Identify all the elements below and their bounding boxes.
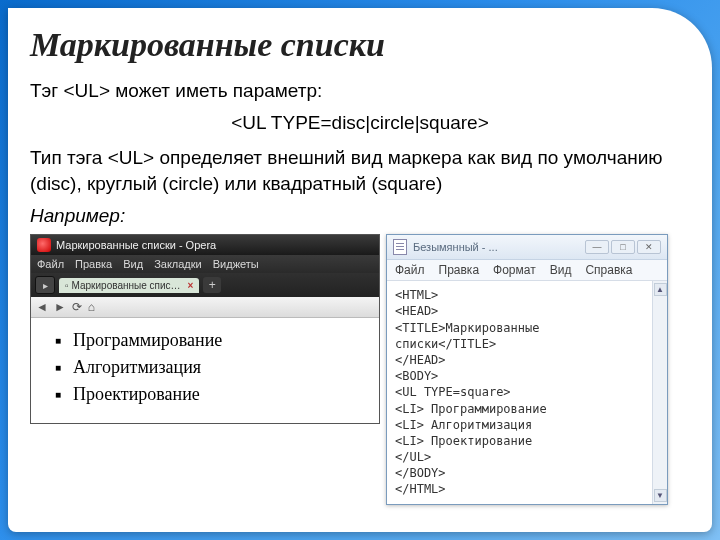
notepad-textarea[interactable]: <HTML> <HEAD> <TITLE>Маркированные списк… <box>387 281 652 503</box>
back-button[interactable]: ◄ <box>36 300 48 314</box>
opera-tabstrip: ▸ ▫ Маркированные спис… × + <box>31 273 379 297</box>
notepad-window-title: Безымянный - ... <box>413 241 579 253</box>
opera-tab-label: Маркированные спис… <box>72 280 181 291</box>
np-menu-help[interactable]: Справка <box>585 263 632 277</box>
forward-button[interactable]: ► <box>54 300 66 314</box>
scrollbar-vertical[interactable]: ▲ ▼ <box>652 281 667 503</box>
notepad-titlebar: Безымянный - ... — □ ✕ <box>387 235 667 260</box>
np-menu-edit[interactable]: Правка <box>439 263 480 277</box>
windows-row: Маркированные списки - Opera Файл Правка… <box>30 234 690 504</box>
opera-menu-bookmarks[interactable]: Закладки <box>154 258 202 270</box>
opera-logo-icon <box>37 238 51 252</box>
opera-menu-file[interactable]: Файл <box>37 258 64 270</box>
notepad-app-icon <box>393 239 407 255</box>
opera-page-content: Программирование Алгоритмизация Проектир… <box>31 318 379 423</box>
page-icon: ▫ <box>65 280 69 291</box>
np-menu-view[interactable]: Вид <box>550 263 572 277</box>
opera-tab-active[interactable]: ▫ Маркированные спис… × <box>59 278 199 293</box>
list-item: Алгоритмизация <box>55 357 369 378</box>
opera-titlebar: Маркированные списки - Opera <box>31 235 379 255</box>
close-tab-icon[interactable]: × <box>188 280 194 291</box>
scroll-up-icon[interactable]: ▲ <box>654 283 667 296</box>
np-menu-file[interactable]: Файл <box>395 263 425 277</box>
new-tab-button[interactable]: + <box>203 277 221 293</box>
home-button[interactable]: ⌂ <box>88 300 95 314</box>
np-menu-format[interactable]: Формат <box>493 263 536 277</box>
opera-menu-edit[interactable]: Правка <box>75 258 112 270</box>
paragraph-3: Тип тэга <UL> определяет внешний вид мар… <box>30 145 690 196</box>
notepad-menubar: Файл Правка Формат Вид Справка <box>387 260 667 281</box>
close-button[interactable]: ✕ <box>637 240 661 254</box>
notepad-body: <HTML> <HEAD> <TITLE>Маркированные списк… <box>387 281 667 503</box>
opera-panel-button[interactable]: ▸ <box>35 276 55 294</box>
list-item: Проектирование <box>55 384 369 405</box>
opera-menu-widgets[interactable]: Виджеты <box>213 258 259 270</box>
minimize-button[interactable]: — <box>585 240 609 254</box>
scroll-track[interactable] <box>654 296 667 488</box>
notepad-window: Безымянный - ... — □ ✕ Файл Правка Форма… <box>386 234 668 504</box>
reload-button[interactable]: ⟳ <box>72 300 82 314</box>
window-controls: — □ ✕ <box>585 240 661 254</box>
paragraph-2: <UL TYPE=disc|circle|square> <box>30 110 690 136</box>
opera-menu-view[interactable]: Вид <box>123 258 143 270</box>
list-item: Программирование <box>55 330 369 351</box>
opera-window: Маркированные списки - Opera Файл Правка… <box>30 234 380 424</box>
scroll-down-icon[interactable]: ▼ <box>654 489 667 502</box>
bulleted-list: Программирование Алгоритмизация Проектир… <box>41 330 369 405</box>
opera-menubar: Файл Правка Вид Закладки Виджеты <box>31 255 379 273</box>
paragraph-4: Например: <box>30 203 690 229</box>
opera-window-title: Маркированные списки - Opera <box>56 239 216 251</box>
slide-title: Маркированные списки <box>30 26 690 64</box>
paragraph-1: Тэг <UL> может иметь параметр: <box>30 78 690 104</box>
slide-card: Маркированные списки Тэг <UL> может имет… <box>8 8 712 532</box>
opera-toolbar: ◄ ► ⟳ ⌂ <box>31 297 379 318</box>
maximize-button[interactable]: □ <box>611 240 635 254</box>
